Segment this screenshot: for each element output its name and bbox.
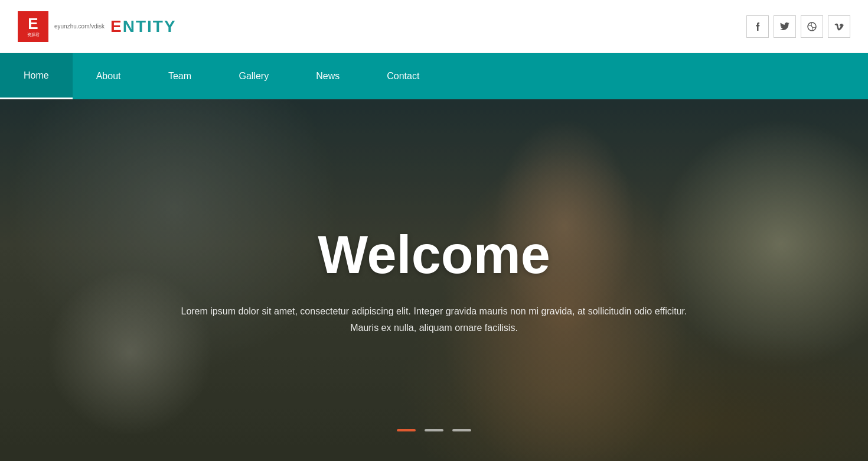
dribbble-button[interactable]: [801, 15, 823, 38]
hero-dot-3[interactable]: [452, 429, 471, 431]
vimeo-icon: [834, 22, 844, 31]
hero-section: Welcome Lorem ipsum dolor sit amet, cons…: [0, 99, 868, 461]
logo-area: E 资源君 eyunzhu.com/vdisk ENTITY: [18, 11, 177, 42]
logo-url: eyunzhu.com/vdisk: [54, 23, 105, 30]
twitter-button[interactable]: [774, 15, 796, 38]
nav-team[interactable]: Team: [145, 53, 216, 99]
hero-dots: [397, 429, 471, 431]
hero-dot-2[interactable]: [425, 429, 443, 431]
nav-news[interactable]: News: [292, 53, 363, 99]
nav-bar: Home About Team Gallery News Contact: [0, 53, 868, 99]
header: E 资源君 eyunzhu.com/vdisk ENTITY: [0, 0, 868, 53]
nav-gallery[interactable]: Gallery: [216, 53, 293, 99]
nav-home-label: Home: [24, 70, 49, 81]
facebook-icon: [753, 22, 762, 31]
logo-box: E 资源君: [18, 11, 48, 42]
brand-name: ENTITY: [110, 17, 177, 36]
nav-contact[interactable]: Contact: [363, 53, 443, 99]
facebook-button[interactable]: [746, 15, 769, 38]
hero-content: Welcome Lorem ipsum dolor sit amet, cons…: [0, 99, 868, 461]
nav-news-label: News: [316, 71, 340, 82]
nav-about-label: About: [96, 71, 121, 82]
dribbble-icon: [807, 22, 817, 31]
brand-prefix: E: [110, 17, 123, 35]
hero-title: Welcome: [318, 225, 550, 285]
logo-subtitle: 资源君: [27, 33, 40, 37]
vimeo-button[interactable]: [828, 15, 850, 38]
logo-text-block: eyunzhu.com/vdisk: [54, 23, 105, 30]
social-icons: [746, 15, 850, 38]
nav-contact-label: Contact: [387, 71, 419, 82]
nav-about[interactable]: About: [73, 53, 145, 99]
hero-dot-1[interactable]: [397, 429, 416, 431]
nav-team-label: Team: [168, 71, 191, 82]
brand-suffix: NTITY: [123, 17, 177, 35]
nav-gallery-label: Gallery: [239, 71, 269, 82]
logo-letter: E: [28, 15, 38, 33]
hero-description: Lorem ipsum dolor sit amet, consectetur …: [168, 303, 700, 335]
twitter-icon: [780, 22, 789, 31]
nav-home[interactable]: Home: [0, 53, 73, 99]
